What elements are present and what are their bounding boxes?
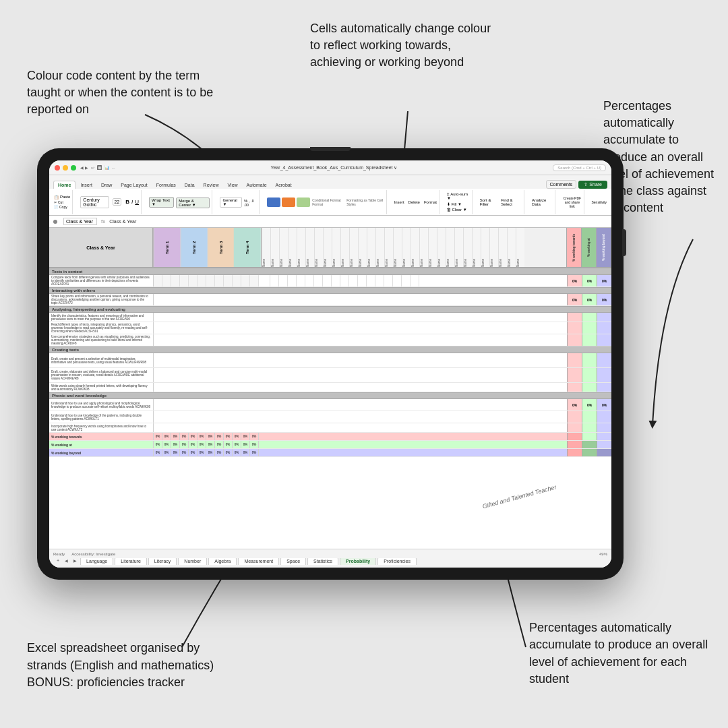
cell[interactable] [171, 275, 180, 286]
clear-button[interactable]: 🗑 Clear ▼ [447, 208, 470, 212]
cell[interactable] [402, 275, 411, 286]
autosum-button[interactable]: Σ Auto-sum ▼ [447, 192, 470, 200]
copy-button[interactable]: 📄Copy [54, 205, 70, 209]
cell[interactable] [288, 275, 297, 286]
cell[interactable] [297, 275, 305, 286]
cell-reference-input[interactable] [63, 218, 97, 225]
delete-button[interactable]: Delete [408, 200, 420, 204]
pct-cells-i1: 0% 0% 0% [567, 294, 611, 305]
cell: 0% [189, 441, 198, 448]
font-size-selector[interactable]: 22 [113, 198, 122, 206]
cell-styles-button[interactable] [297, 198, 310, 207]
italic-button[interactable]: I [131, 199, 133, 205]
tab-review[interactable]: Review [200, 181, 223, 189]
share-button[interactable]: ⇧ Share [578, 181, 607, 189]
arrow-top-right [639, 236, 720, 438]
tab-page-layout[interactable]: Page Layout [117, 181, 151, 189]
cell[interactable] [270, 275, 279, 286]
tab-automate[interactable]: Automate [243, 181, 271, 189]
insert-button[interactable]: Insert [394, 200, 404, 204]
cell[interactable] [262, 275, 270, 286]
format-as-table-button[interactable] [282, 198, 295, 207]
merge-center-button[interactable]: Merge & Center ▼ [176, 198, 210, 208]
cell[interactable] [241, 275, 250, 286]
section-texts-in-context: Texts in context [49, 268, 611, 275]
minimize-button[interactable] [63, 165, 68, 171]
comments-button[interactable]: Comments [546, 180, 577, 189]
sensitivity-button[interactable]: Sensitivity [590, 200, 609, 204]
cell[interactable] [189, 275, 198, 286]
wrap-text-button[interactable]: Wrap Text ▼ [149, 197, 174, 208]
cell[interactable] [233, 275, 241, 286]
underline-button[interactable]: U [135, 199, 139, 205]
spreadsheet-rows-area[interactable]: Texts in context Compare texts from diff… [49, 268, 611, 543]
cell[interactable] [332, 275, 340, 286]
student-col: Name [367, 228, 375, 267]
tab-acrobat[interactable]: Acrobat [272, 181, 296, 189]
format-button[interactable]: Format [424, 200, 437, 204]
cell[interactable] [349, 275, 358, 286]
editing-buttons: Σ Auto-sum ▼ ⬇ Fill ▼ 🗑 Clear ▼ [447, 192, 470, 212]
tab-draw[interactable]: Draw [97, 181, 116, 189]
cell: 0% [206, 441, 215, 448]
cut-button[interactable]: ✂Cut [54, 200, 70, 204]
cell[interactable] [411, 275, 419, 286]
student-col: Name [375, 228, 384, 267]
tab-view[interactable]: View [224, 181, 242, 189]
cell[interactable] [358, 275, 367, 286]
paste-button[interactable]: 📋Paste [54, 195, 70, 200]
font-selector[interactable]: Century Gothic [80, 196, 109, 208]
pct-total-wb-wa [597, 441, 611, 448]
cell: 0% [233, 449, 241, 456]
cell[interactable] [314, 275, 323, 286]
pct-wb-i1: 0% [597, 294, 611, 305]
find-select-button[interactable]: Find & Select [501, 198, 522, 206]
term3-header: Term 3 [208, 228, 235, 267]
tab-formulas[interactable]: Formulas [152, 181, 180, 189]
create-pdf-button[interactable]: Create PDFand share link [563, 196, 581, 208]
cell[interactable] [393, 275, 402, 286]
sort-filter-button[interactable]: Sort & Filter [480, 198, 498, 206]
tab-home[interactable]: Home [53, 181, 75, 189]
search-bar[interactable]: Search (Cmd + Ctrl + U) [553, 164, 606, 171]
title-bar: ◀ ▶↩🔲📊... Year_4_Assessment_Book_Aus_Cur… [49, 160, 611, 175]
data-a3 [154, 334, 567, 346]
cell: 0% [250, 441, 259, 448]
cell[interactable] [367, 275, 375, 286]
tab-data[interactable]: Data [181, 181, 199, 189]
pct-summary-cells-wb: 0% 0% 0% 0% 0% 0% 0% 0% 0% 0% 0% 0% [154, 449, 567, 456]
conditional-format-button[interactable] [267, 198, 280, 207]
content-row-interacting-1: Share key points and information, a pers… [49, 294, 611, 306]
cell[interactable] [206, 275, 215, 286]
cell[interactable] [250, 275, 259, 286]
function-icon[interactable] [53, 220, 57, 224]
cell[interactable] [340, 275, 349, 286]
tab-insert[interactable]: Insert [76, 181, 96, 189]
spreadsheet-main: Class & Year Term 1 Term 2 Term 3 Term 4… [49, 228, 611, 543]
cell[interactable] [305, 275, 314, 286]
bold-button[interactable]: B [125, 199, 129, 205]
cell[interactable] [375, 275, 384, 286]
cell: 0% [171, 441, 180, 448]
cell[interactable] [279, 275, 288, 286]
analyze-data-button[interactable]: Analyze Data [532, 198, 553, 206]
cell[interactable] [215, 275, 224, 286]
close-button[interactable] [55, 165, 60, 171]
cell[interactable] [384, 275, 393, 286]
cell: 0% [241, 441, 250, 448]
cell[interactable] [224, 275, 233, 286]
maximize-button[interactable] [71, 165, 76, 171]
pct-wa-a1 [582, 313, 597, 322]
cell[interactable] [323, 275, 332, 286]
cell[interactable] [198, 275, 206, 286]
pct-c3 [567, 383, 611, 392]
number-format-selector[interactable]: General ▼ [220, 197, 242, 208]
cell[interactable] [162, 275, 171, 286]
pct-wa-a2 [582, 322, 597, 334]
class-year-header: Class & Year [49, 228, 154, 267]
annotation-top-center-text: Cells automatically change colour to ref… [310, 22, 491, 69]
cell[interactable] [180, 275, 189, 286]
pct-wb-c2 [597, 368, 611, 382]
fill-button[interactable]: ⬇ Fill ▼ [447, 202, 470, 206]
cell[interactable] [154, 275, 162, 286]
